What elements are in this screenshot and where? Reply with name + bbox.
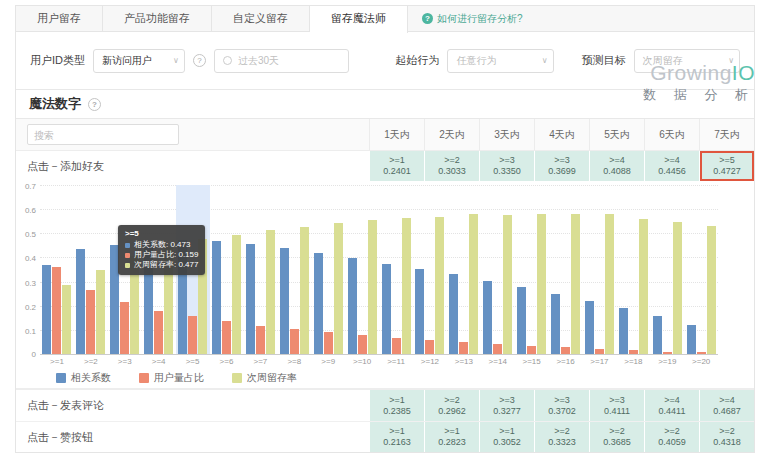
bar-次周留存率->=6[interactable] [232, 235, 241, 354]
value-cell[interactable]: >=20.3685 [589, 422, 644, 452]
legend-item-用户量占比[interactable]: 用户量占比 [139, 371, 204, 385]
bar-用户量占比->=9[interactable] [324, 332, 333, 354]
start-behavior-select[interactable]: 任意行为 ∨ [447, 49, 553, 73]
bar-用户量占比->=19[interactable] [663, 352, 672, 354]
bar-用户量占比->=5[interactable] [188, 316, 197, 354]
value-cell[interactable]: >=20.2962 [424, 390, 479, 421]
bar-用户量占比->=13[interactable] [459, 342, 468, 354]
bar-相关系数->=15[interactable] [517, 287, 526, 354]
bar-用户量占比->=18[interactable] [629, 350, 638, 354]
bar-相关系数->=10[interactable] [348, 258, 357, 354]
table-row-2[interactable]: 点击－发表评论>=10.2385>=20.2962>=30.3277>=30.3… [16, 390, 754, 421]
bar-相关系数->=17[interactable] [585, 301, 594, 354]
legend-item-相关系数[interactable]: 相关系数 [56, 371, 111, 385]
bar-相关系数->=14[interactable] [483, 281, 492, 354]
bar-相关系数->=12[interactable] [415, 269, 424, 354]
value-cell[interactable]: >=20.4059 [644, 422, 699, 452]
legend-label: 相关系数 [71, 371, 111, 385]
value-cell[interactable]: >=10.2385 [369, 390, 424, 421]
tab-1[interactable]: 用户留存 [16, 6, 103, 31]
bar-用户量占比->=4[interactable] [154, 311, 163, 354]
predict-target-select[interactable]: 次周留存 ∨ [634, 49, 740, 73]
value-cell[interactable]: >=10.2163 [369, 422, 424, 452]
tab-2[interactable]: 产品功能留存 [103, 6, 212, 31]
bar-次周留存率->=15[interactable] [537, 214, 546, 354]
bar-次周留存率->=11[interactable] [402, 218, 411, 354]
bar-次周留存率->=3[interactable] [130, 256, 139, 355]
bar-相关系数->=7[interactable] [246, 244, 255, 354]
bar-次周留存率->=2[interactable] [96, 270, 105, 355]
bar-用户量占比->=3[interactable] [120, 302, 129, 354]
value-cell[interactable]: >=10.2823 [424, 422, 479, 452]
bar-用户量占比->=14[interactable] [493, 344, 502, 354]
bar-用户量占比->=2[interactable] [86, 290, 95, 354]
bar-相关系数->=18[interactable] [619, 308, 628, 354]
value-cell[interactable]: >=40.4411 [644, 390, 699, 421]
bar-用户量占比->=1[interactable] [52, 267, 61, 354]
tab-3[interactable]: 自定义留存 [212, 6, 310, 31]
bar-相关系数->=8[interactable] [280, 248, 289, 354]
bar-相关系数->=13[interactable] [449, 274, 458, 354]
bar-次周留存率->=4[interactable] [164, 247, 173, 354]
value-cell[interactable]: >=10.2401 [369, 151, 424, 181]
tab-4[interactable]: 留存魔法师 [310, 6, 408, 33]
bar-次周留存率->=16[interactable] [571, 214, 580, 354]
section-help-icon[interactable]: ? [88, 98, 101, 111]
bar-用户量占比->=20[interactable] [697, 352, 706, 354]
bar-次周留存率->=12[interactable] [435, 217, 444, 354]
bar-用户量占比->=10[interactable] [358, 335, 367, 354]
bar-相关系数->=3[interactable] [110, 245, 119, 354]
how-to-analyze-link[interactable]: ? 如何进行留存分析? [422, 6, 523, 31]
value-cell[interactable]: >=10.3052 [479, 422, 534, 452]
value-cell[interactable]: >=20.3033 [424, 151, 479, 181]
bar-用户量占比->=12[interactable] [425, 340, 434, 354]
legend-item-次周留存率[interactable]: 次周留存率 [232, 371, 297, 385]
bar-相关系数->=4[interactable] [144, 242, 153, 354]
bar-相关系数->=16[interactable] [551, 294, 560, 354]
date-range-input[interactable] [238, 55, 340, 66]
value-cell[interactable]: >=40.4687 [699, 390, 754, 421]
bar-次周留存率->=13[interactable] [469, 214, 478, 354]
bar-用户量占比->=16[interactable] [561, 347, 570, 354]
bar-次周留存率->=18[interactable] [639, 219, 648, 354]
bar-相关系数->=6[interactable] [212, 241, 221, 354]
user-id-type-select[interactable]: 新访问用户 ∨ [93, 49, 185, 73]
value-cell[interactable]: >=30.4111 [589, 390, 644, 421]
bar-次周留存率->=1[interactable] [62, 285, 71, 354]
user-id-help-icon[interactable]: ? [193, 54, 206, 67]
search-input[interactable] [34, 130, 172, 141]
bar-相关系数->=11[interactable] [382, 264, 391, 354]
bar-次周留存率->=14[interactable] [503, 215, 512, 354]
bar-次周留存率->=8[interactable] [300, 227, 309, 354]
bar-相关系数->=19[interactable] [653, 316, 662, 354]
bar-用户量占比->=7[interactable] [256, 326, 265, 354]
value-cell[interactable]: >=30.3350 [479, 151, 534, 181]
bar-次周留存率->=7[interactable] [266, 230, 275, 354]
value-cell[interactable]: >=30.3699 [534, 151, 589, 181]
bar-用户量占比->=17[interactable] [595, 349, 604, 354]
bar-次周留存率->=10[interactable] [368, 220, 377, 354]
table-row-3[interactable]: 点击－赞按钮>=10.2163>=10.2823>=10.3052>=20.33… [16, 421, 754, 452]
table-row-1[interactable]: 点击－添加好友>=10.2401>=20.3033>=30.3350>=30.3… [16, 151, 754, 181]
bar-相关系数->=9[interactable] [314, 253, 323, 354]
bar-次周留存率->=19[interactable] [673, 222, 682, 354]
bar-用户量占比->=6[interactable] [222, 321, 231, 354]
bar-次周留存率->=17[interactable] [605, 214, 614, 354]
bar-次周留存率->=20[interactable] [707, 226, 716, 354]
value-cell[interactable]: >=40.4456 [644, 151, 699, 181]
bar-相关系数->=5[interactable] [178, 240, 187, 354]
bar-次周留存率->=5[interactable] [198, 239, 207, 354]
bar-相关系数->=20[interactable] [687, 325, 696, 354]
value-cell[interactable]: >=40.4088 [589, 151, 644, 181]
value-cell[interactable]: >=20.3323 [534, 422, 589, 452]
value-cell[interactable]: >=20.4318 [699, 422, 754, 452]
bar-相关系数->=2[interactable] [76, 249, 85, 354]
value-cell-highlighted[interactable]: >=50.4727 [699, 151, 754, 181]
bar-用户量占比->=11[interactable] [392, 338, 401, 354]
value-cell[interactable]: >=30.3277 [479, 390, 534, 421]
bar-用户量占比->=8[interactable] [290, 329, 299, 354]
bar-用户量占比->=15[interactable] [527, 346, 536, 354]
value-cell[interactable]: >=30.3702 [534, 390, 589, 421]
bar-相关系数->=1[interactable] [42, 265, 51, 354]
bar-次周留存率->=9[interactable] [334, 223, 343, 354]
